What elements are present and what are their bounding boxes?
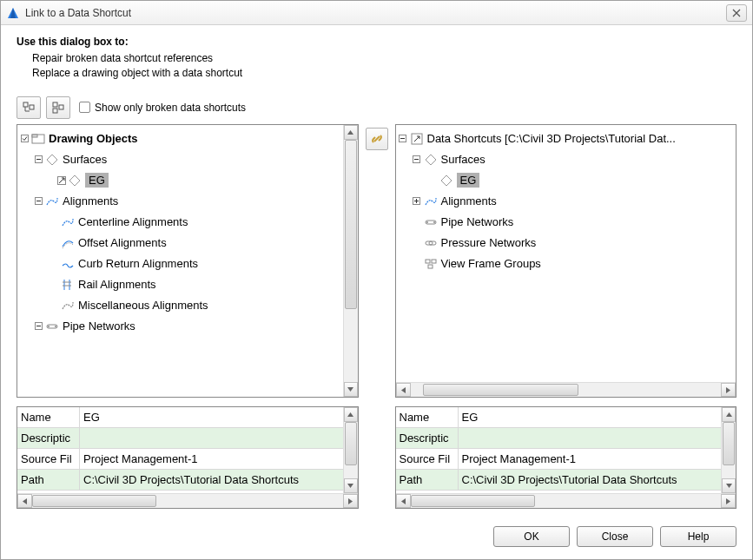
tree-node-surfaces[interactable]: Surfaces bbox=[19, 149, 341, 170]
scroll-up-icon[interactable] bbox=[344, 125, 358, 140]
svg-point-26 bbox=[48, 326, 50, 327]
expand-all-button[interactable] bbox=[17, 96, 41, 119]
content-area: Use this dialog box to: Repair broken da… bbox=[1, 25, 752, 517]
pipe-network-icon bbox=[45, 320, 59, 333]
scroll-up-icon[interactable] bbox=[344, 407, 358, 422]
grid-row-path[interactable]: Path C:\Civil 3D Projects\Tutorial Data … bbox=[396, 470, 722, 491]
tree-node-surfaces-r[interactable]: Surfaces bbox=[398, 149, 735, 170]
left-grid-hscroll[interactable] bbox=[17, 493, 358, 508]
surface-icon bbox=[424, 153, 438, 167]
left-tree-vscroll[interactable] bbox=[343, 125, 358, 397]
svg-marker-53 bbox=[726, 387, 730, 393]
scroll-right-icon[interactable] bbox=[721, 383, 736, 397]
tree-node-pipe[interactable]: Pipe Networks bbox=[19, 316, 341, 337]
svg-marker-29 bbox=[347, 387, 353, 392]
tree-node-alignments-r[interactable]: Alignments bbox=[398, 191, 735, 212]
collapse-icon[interactable] bbox=[412, 155, 422, 165]
app-icon bbox=[6, 6, 20, 20]
collapse-icon[interactable] bbox=[33, 196, 43, 207]
tree-node-misc[interactable]: Miscellaneous Alignments bbox=[19, 295, 341, 316]
toolbar: Show only broken data shortcuts bbox=[17, 96, 736, 119]
grid-row-description[interactable]: Descriptic bbox=[17, 428, 343, 449]
scroll-right-icon[interactable] bbox=[343, 494, 358, 508]
alignment-icon bbox=[61, 215, 75, 229]
alignment-icon bbox=[61, 299, 75, 313]
grid-row-path[interactable]: Path C:\Civil 3D Projects\Tutorial Data … bbox=[17, 470, 343, 491]
svg-rect-49 bbox=[426, 260, 430, 263]
instructions-line-2: Replace a drawing object with a data sho… bbox=[32, 66, 736, 81]
data-shortcuts-tree[interactable]: Data Shortcuts [C:\Civil 3D Projects\Tut… bbox=[396, 125, 736, 382]
tree-root-drawing-objects[interactable]: Drawing Objects bbox=[19, 128, 341, 149]
grid-row-source-file[interactable]: Source Fil Project Management-1 bbox=[17, 449, 343, 470]
expand-icon[interactable] bbox=[412, 196, 422, 207]
scroll-down-icon[interactable] bbox=[344, 478, 358, 493]
scroll-thumb[interactable] bbox=[411, 495, 535, 507]
titlebar: Link to a Data Shortcut bbox=[1, 1, 752, 25]
tree-node-pipe-r[interactable]: Pipe Networks bbox=[398, 212, 735, 233]
scroll-left-icon[interactable] bbox=[17, 494, 32, 508]
surface-icon bbox=[439, 174, 453, 188]
grid-row-name[interactable]: Name EG bbox=[17, 407, 343, 428]
scroll-thumb[interactable] bbox=[723, 422, 735, 465]
shortcut-folder-icon bbox=[410, 132, 424, 146]
tree-node-centerline[interactable]: Centerline Alignments bbox=[19, 212, 341, 233]
checkbox-icon[interactable] bbox=[19, 134, 30, 144]
svg-marker-57 bbox=[726, 498, 730, 504]
scroll-thumb[interactable] bbox=[345, 422, 357, 465]
surface-icon bbox=[45, 153, 59, 167]
right-tree-hscroll[interactable] bbox=[396, 382, 736, 397]
svg-marker-55 bbox=[726, 484, 732, 488]
collapse-all-button[interactable] bbox=[46, 96, 70, 119]
middle-column bbox=[364, 124, 390, 509]
collapse-icon[interactable] bbox=[398, 134, 408, 144]
tree-node-alignments[interactable]: Alignments bbox=[19, 191, 341, 212]
instructions-line-1: Repair broken data shortcut references bbox=[32, 51, 736, 66]
tree-node-pressure-r[interactable]: Pressure Networks bbox=[398, 233, 735, 254]
surface-icon bbox=[68, 174, 82, 188]
scroll-right-icon[interactable] bbox=[721, 494, 736, 508]
right-grid-vscroll[interactable] bbox=[721, 407, 736, 493]
svg-rect-47 bbox=[426, 241, 436, 245]
grid-row-description[interactable]: Descriptic bbox=[396, 428, 722, 449]
scroll-thumb[interactable] bbox=[423, 384, 578, 396]
tree-root-data-shortcuts[interactable]: Data Shortcuts [C:\Civil 3D Projects\Tut… bbox=[398, 128, 735, 149]
svg-marker-28 bbox=[347, 130, 353, 135]
show-broken-checkbox-wrap[interactable]: Show only broken data shortcuts bbox=[79, 102, 246, 114]
tree-node-offset[interactable]: Offset Alignments bbox=[19, 233, 341, 254]
shortcut-badge-icon bbox=[57, 176, 66, 185]
link-button[interactable] bbox=[366, 128, 388, 150]
tree-node-curb[interactable]: Curb Return Alignments bbox=[19, 254, 341, 274]
right-grid-hscroll[interactable] bbox=[396, 493, 736, 508]
scroll-thumb[interactable] bbox=[345, 140, 357, 310]
scroll-down-icon[interactable] bbox=[344, 382, 358, 397]
scroll-down-icon[interactable] bbox=[722, 478, 736, 493]
close-dialog-button[interactable]: Close bbox=[577, 526, 653, 547]
collapse-icon[interactable] bbox=[33, 155, 43, 165]
svg-rect-6 bbox=[53, 102, 57, 107]
left-properties-grid: Name EG Descriptic Source Fil Project Ma… bbox=[17, 406, 359, 509]
scroll-left-icon[interactable] bbox=[396, 383, 411, 397]
tree-node-vfg-r[interactable]: View Frame Groups bbox=[398, 254, 735, 274]
offset-alignment-icon bbox=[61, 236, 75, 250]
svg-rect-7 bbox=[53, 109, 57, 113]
help-button[interactable]: Help bbox=[660, 526, 736, 547]
grid-row-source-file[interactable]: Source Fil Project Management-1 bbox=[396, 449, 722, 470]
left-grid-vscroll[interactable] bbox=[343, 407, 358, 493]
ok-button[interactable]: OK bbox=[493, 526, 570, 547]
svg-rect-50 bbox=[432, 260, 436, 263]
scroll-up-icon[interactable] bbox=[722, 407, 736, 422]
pressure-network-icon bbox=[424, 236, 438, 250]
svg-marker-56 bbox=[401, 498, 406, 504]
scroll-thumb[interactable] bbox=[32, 495, 156, 507]
close-button[interactable] bbox=[726, 4, 747, 22]
svg-marker-16 bbox=[69, 175, 80, 186]
drawing-objects-tree[interactable]: Drawing Objects Surfaces bbox=[17, 125, 343, 340]
tree-node-eg[interactable]: EG bbox=[19, 170, 341, 191]
svg-marker-14 bbox=[47, 155, 57, 165]
grid-row-name[interactable]: Name EG bbox=[396, 407, 722, 428]
show-broken-checkbox[interactable] bbox=[79, 102, 90, 113]
collapse-icon[interactable] bbox=[33, 321, 43, 332]
scroll-left-icon[interactable] bbox=[396, 494, 411, 508]
tree-node-rail[interactable]: Rail Alignments bbox=[19, 274, 341, 295]
tree-node-eg-r[interactable]: EG bbox=[398, 170, 735, 191]
